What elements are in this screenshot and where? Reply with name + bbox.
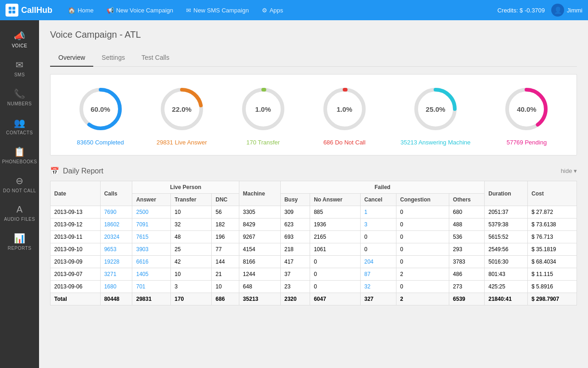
cell-cancel: 32 [360, 281, 396, 293]
sidebar-item-sms[interactable]: ✉ SMS [0, 54, 39, 83]
sidebar-item-contacts[interactable]: 👥 CONTACTS [0, 112, 39, 141]
section-header: 📅 Daily Report hide ▾ [50, 167, 577, 175]
cell-calls[interactable]: 9653 [100, 243, 132, 256]
sidebar-item-voice-label: VOICE [12, 43, 28, 48]
calendar-icon: 📅 [50, 167, 59, 175]
cell-others: 488 [449, 218, 485, 231]
donut-answering-machine: 25.0% [410, 84, 461, 134]
stat-live-answer: 22.0% 29831 Live Answer [157, 84, 207, 146]
cell-dnc: 21 [212, 268, 239, 281]
cell-answer[interactable]: 6616 [132, 256, 171, 268]
svg-rect-0 [9, 7, 11, 10]
table-row: 2013-09-06 1680 701 3 10 648 23 0 32 0 2… [51, 281, 577, 293]
sidebar-item-phonebooks-label: PHONEBOOKS [2, 159, 37, 164]
cell-duration: 2051:37 [485, 206, 528, 218]
sidebar-item-phonebooks[interactable]: 📋 PHONEBOOKS [0, 141, 39, 170]
cell-no-answer: 0 [310, 281, 361, 293]
cell-cost: $ 11.115 [528, 268, 577, 281]
donut-pending: 40.0% [501, 84, 552, 134]
cell-no-answer: 2165 [310, 231, 361, 243]
table-row: 2013-09-09 19228 6616 42 144 8166 417 0 … [51, 256, 577, 268]
cell-calls[interactable]: 1680 [100, 281, 132, 293]
topnav-home[interactable]: 🏠 Home [62, 0, 100, 20]
col-cost: Cost [528, 181, 577, 206]
section-title-text: Daily Report [63, 167, 103, 175]
total-congestion: 2 [396, 293, 449, 305]
stat-do-not-call: 1.0% 686 Do Not Call [319, 84, 370, 146]
topnav-user[interactable]: 👤 Jimmi [551, 4, 582, 17]
cell-others: 680 [449, 206, 485, 218]
total-dnc: 686 [212, 293, 239, 305]
phonebooks-icon: 📋 [14, 146, 25, 157]
col-machine: Machine [239, 181, 280, 206]
cell-date: 2013-09-12 [51, 218, 101, 231]
cell-cost: $ 68.4034 [528, 256, 577, 268]
cell-congestion: 0 [396, 206, 449, 218]
cell-calls[interactable]: 18602 [100, 218, 132, 231]
tab-test-calls[interactable]: Test Calls [133, 49, 178, 67]
topnav: CallHub 🏠 Home 📢 New Voice Campaign ✉ Ne… [0, 0, 588, 20]
sidebar-item-voice[interactable]: 📣 VOICE [0, 25, 39, 54]
stat-label-do-not-call: 686 Do Not Call [323, 139, 366, 146]
user-avatar: 👤 [551, 4, 564, 17]
cell-answer[interactable]: 3903 [132, 243, 171, 256]
tab-overview[interactable]: Overview [50, 49, 93, 67]
cell-calls[interactable]: 7690 [100, 206, 132, 218]
total-calls: 80448 [100, 293, 132, 305]
cell-calls[interactable]: 20324 [100, 231, 132, 243]
col-others: Others [449, 194, 485, 206]
daily-report-section: 📅 Daily Report hide ▾ Date Calls Live Pe… [50, 167, 577, 305]
col-no-answer: No Answer [310, 194, 361, 206]
sidebar-item-contacts-label: CONTACTS [6, 130, 33, 135]
sidebar-item-reports[interactable]: 📊 REPORTS [0, 227, 39, 256]
sidebar-item-numbers[interactable]: 📞 NUMBERS [0, 83, 39, 112]
sidebar-item-audio-files[interactable]: A AUDIO FILES [0, 199, 39, 227]
tab-settings[interactable]: Settings [93, 49, 133, 67]
cell-others: 273 [449, 281, 485, 293]
cell-cancel: 3 [360, 218, 396, 231]
brand[interactable]: CallHub [6, 4, 52, 17]
total-cancel: 327 [360, 293, 396, 305]
cell-others: 3783 [449, 256, 485, 268]
cell-calls[interactable]: 3271 [100, 268, 132, 281]
cell-duration: 801:43 [485, 268, 528, 281]
stat-label-completed: 83650 Completed [77, 139, 124, 146]
cell-machine: 4154 [239, 243, 280, 256]
col-failed: Failed [280, 181, 484, 194]
cell-answer[interactable]: 7091 [132, 218, 171, 231]
topnav-new-voice[interactable]: 📢 New Voice Campaign [100, 0, 180, 20]
hide-link[interactable]: hide ▾ [561, 167, 577, 174]
tabs: Overview Settings Test Calls [50, 49, 577, 67]
cell-cancel: 0 [360, 231, 396, 243]
cell-congestion: 2 [396, 268, 449, 281]
topnav-apps[interactable]: ⚙ Apps [255, 0, 290, 20]
section-title: 📅 Daily Report [50, 167, 103, 175]
col-cancel: Cancel [360, 194, 396, 206]
cell-answer[interactable]: 1405 [132, 268, 171, 281]
stat-answering-machine: 25.0% 35213 Answering Machine [401, 84, 471, 146]
cell-others: 293 [449, 243, 485, 256]
topnav-right: Credits: $ -0.3709 👤 Jimmi [498, 4, 582, 17]
cell-answer[interactable]: 7615 [132, 231, 171, 243]
total-label: Total [51, 293, 101, 305]
total-transfer: 170 [171, 293, 212, 305]
sms-icon: ✉ [16, 59, 23, 70]
stat-label-pending: 57769 Pending [507, 139, 547, 146]
cell-date: 2013-09-11 [51, 231, 101, 243]
cell-answer[interactable]: 2500 [132, 206, 171, 218]
brand-label: CallHub [21, 6, 52, 15]
total-others: 6539 [449, 293, 485, 305]
donut-center-live-answer: 22.0% [172, 105, 192, 113]
cell-transfer: 10 [171, 206, 212, 218]
cell-calls[interactable]: 19228 [100, 256, 132, 268]
table-row: 2013-09-12 18602 7091 32 182 8429 623 19… [51, 218, 577, 231]
stat-label-transfer: 170 Transfer [246, 139, 280, 146]
cell-no-answer: 885 [310, 206, 361, 218]
cell-answer[interactable]: 701 [132, 281, 171, 293]
topnav-new-sms[interactable]: ✉ New SMS Campaign [180, 0, 255, 20]
sidebar-item-do-not-call[interactable]: ⊖ DO NOT CALL [0, 170, 39, 199]
stats-panel: 60.0% 83650 Completed 22.0% 29831 Live A… [50, 74, 577, 155]
cell-no-answer: 1936 [310, 218, 361, 231]
cell-cancel: 0 [360, 243, 396, 256]
cell-duration: 5615:52 [485, 231, 528, 243]
